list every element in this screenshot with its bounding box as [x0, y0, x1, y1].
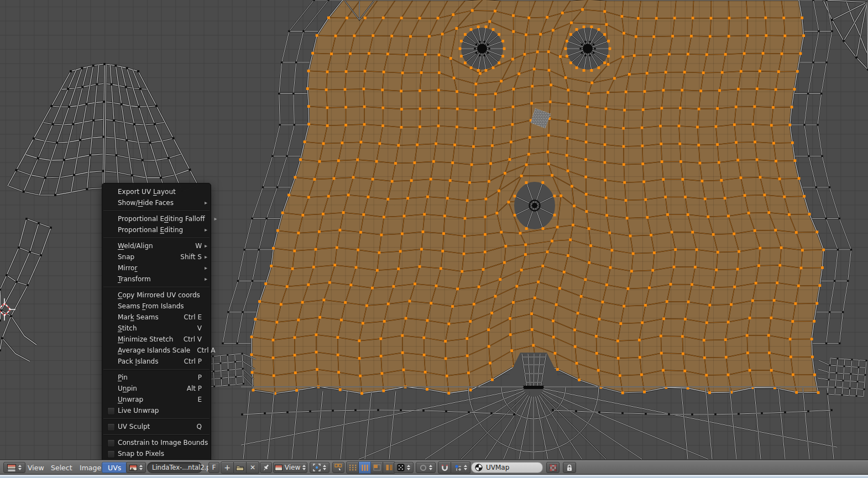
lower-editor-edge [0, 474, 868, 478]
view-mode-label: View [285, 464, 300, 471]
image-name-field[interactable]: LindaTex-...ntal2.png [147, 462, 202, 473]
uv-sync-toggle[interactable] [332, 462, 344, 473]
menu-item-shortcut: Q [190, 423, 202, 430]
menu-item-constrain-to-image-bounds[interactable]: Constrain to Image Bounds [102, 437, 211, 448]
uvmap-sphere-icon [475, 464, 483, 471]
stepper-arrows-icon [323, 465, 326, 470]
pivot-icon [313, 464, 321, 471]
menu-item-label: Snap [118, 253, 134, 261]
snap-mode-dropdown[interactable] [451, 461, 470, 474]
submenu-arrow-icon: ▸ [202, 224, 207, 235]
menu-item-weld-align[interactable]: Weld/AlignW▸ [102, 240, 211, 251]
menu-item-indent [107, 199, 118, 207]
menu-item-label: Unpin [118, 385, 137, 392]
menu-item-shortcut: W [189, 242, 202, 250]
menu-item-export-uv-layout[interactable]: Export UV Layout [102, 186, 211, 197]
menu-view[interactable]: View [24, 462, 48, 473]
menu-uvs-active[interactable]: UVs [102, 462, 127, 473]
menu-item-pin[interactable]: PinP [102, 372, 211, 383]
uvs-menu: Export UV LayoutShow/Hide Faces▸Proporti… [102, 183, 211, 462]
new-image-button[interactable]: + [221, 461, 234, 474]
stepper-arrows-icon [464, 465, 467, 470]
snap-magnet-icon [441, 464, 448, 471]
menu-item-indent [107, 276, 118, 283]
unlink-image-button[interactable]: ✕ [247, 461, 259, 474]
menu-separator [102, 285, 211, 290]
menu-item-seams-from-islands[interactable]: Seams From Islands [102, 301, 211, 312]
menu-item-indent [107, 188, 118, 196]
stepper-arrows-icon [302, 465, 306, 470]
snap-mode-icon [454, 464, 462, 471]
menu-item-shortcut: P [191, 374, 202, 381]
menu-item-shortcut: Ctrl E [177, 313, 202, 321]
menu-item-indent [107, 374, 118, 381]
menu-item-label: Proportional Editing [118, 226, 183, 234]
menu-item-indent [107, 216, 118, 223]
open-image-button[interactable] [234, 461, 247, 474]
menu-item-label: Constrain to Image Bounds [118, 439, 208, 447]
menu-item-unpin[interactable]: UnpinAlt P [102, 383, 211, 394]
menu-item-indent [107, 265, 118, 272]
menu-item-proportional-editing[interactable]: Proportional Editing▸ [102, 224, 211, 235]
snap-toggle-button[interactable] [438, 461, 451, 474]
menu-item-shortcut: V [191, 324, 202, 332]
menu-item-label: Snap to Pixels [118, 450, 164, 458]
fake-user-button[interactable]: F [208, 462, 219, 473]
menu-item-indent [107, 396, 118, 403]
menu-item-minimize-stretch[interactable]: Minimize StretchCtrl V [102, 334, 211, 345]
menu-item-shortcut: Ctrl P [177, 358, 202, 365]
menu-item-label: Export UV Layout [118, 188, 176, 196]
pin-image-button[interactable] [260, 462, 272, 473]
menu-item-snap-to-pixels[interactable]: Snap to Pixels [102, 448, 211, 459]
submenu-arrow-icon: ▸ [211, 213, 217, 224]
submenu-arrow-icon: ▸ [202, 240, 207, 251]
uv-map-selector[interactable]: UVMap [471, 462, 543, 473]
menu-image[interactable]: Image [76, 462, 104, 473]
menu-item-show-hide-faces[interactable]: Show/Hide Faces▸ [102, 197, 211, 208]
menu-item-uv-sculpt[interactable]: UV SculptQ [102, 421, 211, 432]
face-select-icon [373, 464, 381, 471]
view-mode-dropdown[interactable]: View [273, 462, 307, 473]
submenu-arrow-icon: ▸ [202, 251, 207, 262]
edge-select-icon [361, 464, 369, 471]
view-channel-icon [275, 465, 283, 471]
menu-item-average-islands-scale[interactable]: Average Islands ScaleCtrl A [102, 345, 211, 356]
menu-item-mirror[interactable]: Mirror▸ [102, 262, 211, 274]
menu-item-label: Average Islands Scale [118, 346, 190, 354]
editor-header: View Select Image UVs LindaTex-...ntal2.… [0, 460, 868, 475]
proportional-editing-dropdown[interactable] [416, 462, 436, 473]
open-image-icon [236, 465, 244, 471]
pivot-dropdown[interactable] [310, 462, 330, 473]
face-select-button[interactable] [371, 461, 383, 474]
menu-item-snap[interactable]: SnapShift S▸ [102, 251, 211, 262]
menu-item-indent [107, 227, 118, 234]
menu-item-proportional-editing-falloff[interactable]: Proportional Editing Falloff▸ [102, 213, 211, 224]
menu-item-stitch[interactable]: StitchV [102, 323, 211, 334]
menu-item-indent [107, 303, 118, 310]
vertex-select-button[interactable] [346, 461, 359, 474]
menu-item-live-unwrap[interactable]: Live Unwrap [102, 405, 211, 416]
lock-icon [566, 464, 573, 471]
checkbox-icon [107, 423, 118, 430]
menu-item-transform[interactable]: Transform▸ [102, 274, 211, 285]
menu-item-indent [107, 336, 118, 343]
checkerboard-icon-button[interactable] [546, 462, 560, 473]
pin-icon [262, 464, 270, 471]
menu-item-label: Mirror [118, 264, 137, 272]
stepper-arrows-icon [407, 465, 410, 470]
menu-item-mark-seams[interactable]: Mark SeamsCtrl E [102, 312, 211, 323]
menu-item-label: UV Sculpt [118, 423, 150, 430]
menu-separator [102, 432, 211, 437]
menu-select[interactable]: Select [48, 462, 76, 473]
menu-item-label: Stitch [118, 324, 137, 332]
image-datablock-button[interactable] [126, 462, 146, 473]
menu-item-unwrap[interactable]: UnwrapE [102, 394, 211, 405]
island-select-icon [385, 464, 393, 471]
editor-type-button[interactable] [3, 462, 25, 473]
lock-icon-button[interactable] [563, 462, 576, 473]
sticky-selection-dropdown[interactable] [394, 462, 414, 473]
menu-item-pack-islands[interactable]: Pack IslandsCtrl P [102, 356, 211, 367]
edge-select-button[interactable] [359, 461, 371, 474]
stepper-arrows-icon [18, 465, 22, 470]
menu-item-copy-mirrored-uv-coords[interactable]: Copy Mirrored UV coords [102, 290, 211, 301]
